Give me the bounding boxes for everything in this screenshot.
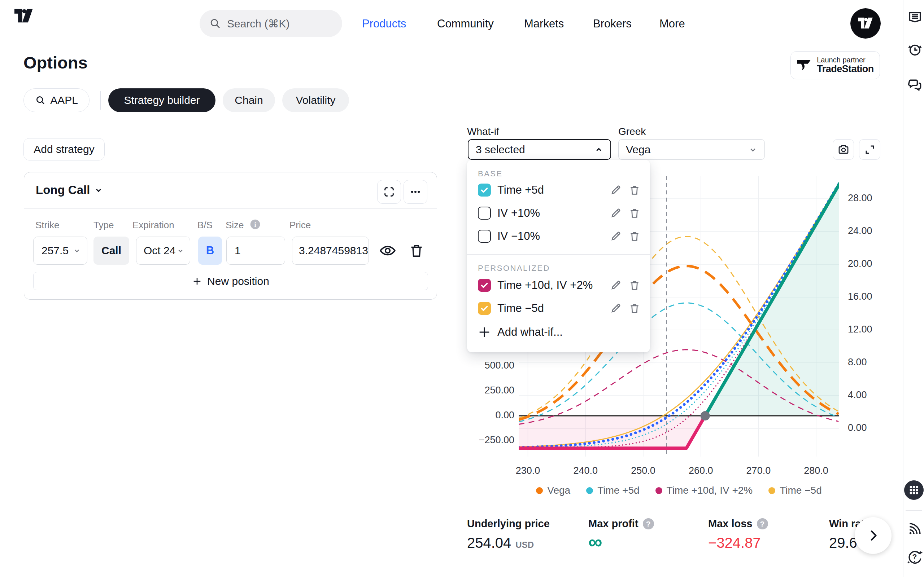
stats-scroll-next-button[interactable] [855,517,892,554]
user-avatar[interactable] [850,8,881,39]
nav-item-brokers[interactable]: Brokers [593,17,632,30]
trash-icon[interactable] [628,184,641,196]
news-icon [907,10,923,25]
chevron-down-icon [73,246,81,255]
breakeven-dot[interactable] [701,411,710,421]
nav-item-more[interactable]: More [659,17,685,30]
partner-badge-line1: Launch partner [817,56,874,64]
size-input[interactable]: 1 [226,237,285,265]
menu-group-personalized: PERSONALIZED [478,264,550,273]
nav-item-markets[interactable]: Markets [524,17,564,30]
menu-item-time-plus-5d[interactable]: Time +5d [467,181,650,200]
axis-tick-label: 28.00 [848,193,872,204]
search-icon [209,17,221,29]
symbol-search-button[interactable]: AAPL [23,89,89,112]
size-info-icon[interactable]: i [249,219,261,230]
menu-item-time-plus-10d-iv[interactable]: Time +10d, IV +2% [467,276,650,295]
expand-icon [864,144,876,155]
trash-icon[interactable] [628,279,641,292]
help-icon[interactable]: ? [757,518,768,529]
expiration-value: Oct 24 [144,245,175,257]
legend-dot [586,487,593,494]
chart-legend: Vega Time +5d Time +10d, IV +2% Time −5d [519,485,839,496]
trash-icon[interactable] [628,230,641,242]
strategy-title-dropdown[interactable]: Long Call [36,183,103,197]
trash-icon[interactable] [628,302,641,314]
strategy-title: Long Call [36,183,90,197]
add-strategy-button[interactable]: Add strategy [23,138,105,161]
menu-item-iv-minus-10[interactable]: IV −10% [467,227,650,246]
axis-tick-label: 260.0 [683,465,719,476]
buy-sell-toggle[interactable]: B [198,237,222,265]
tab-strategy-builder[interactable]: Strategy builder [108,89,215,112]
nav-item-community[interactable]: Community [437,17,494,30]
strike-select[interactable]: 257.5 [33,237,87,265]
eye-icon [379,242,397,259]
edit-icon[interactable] [610,302,622,314]
help-icon[interactable]: ? [643,518,654,529]
greek-label: Greek [618,126,646,137]
checkbox-checked[interactable] [478,184,491,197]
chevron-right-icon [866,528,880,543]
svg-text:?: ? [913,553,917,561]
legend-dot [769,487,775,494]
edit-icon[interactable] [610,207,622,219]
trash-icon[interactable] [628,207,641,219]
stat-value: ∞ [588,530,654,553]
chat-icon [907,77,923,93]
delete-position-button[interactable] [408,242,425,259]
search-icon [35,95,46,106]
edit-icon[interactable] [610,279,622,292]
broadcast-button[interactable] [907,521,923,537]
legend-item-vega: Vega [536,485,570,496]
greek-select[interactable]: Vega [618,139,765,160]
chevron-up-icon [594,145,604,155]
global-search-input[interactable]: Search (⌘K) [200,10,342,37]
nav-item-products[interactable]: Products [362,17,406,30]
menu-item-time-minus-5d[interactable]: Time −5d [467,299,650,318]
tradingview-logo-icon[interactable] [15,9,33,24]
stat-unit: USD [515,540,534,550]
stat-label: Underlying price [467,518,550,530]
focus-strategy-button[interactable] [377,180,401,204]
edit-icon[interactable] [610,184,622,196]
tradestation-partner-badge[interactable]: Launch partner TradeStation [790,51,880,79]
checkbox-unchecked[interactable] [478,230,491,243]
whatif-select[interactable]: 3 selected [468,139,611,160]
column-header-bs: B/S [197,220,213,231]
tab-chain[interactable]: Chain [223,89,275,112]
axis-tick-label: 230.0 [516,465,546,476]
help-button[interactable]: ? [906,549,924,566]
menu-item-iv-plus-10[interactable]: IV +10% [467,204,650,222]
legend-item-time-plus-10d-iv: Time +10d, IV +2% [656,485,753,496]
add-whatif-button[interactable]: Add what-if... [467,323,650,342]
checkbox-checked[interactable] [478,302,491,315]
column-header-expiration: Expiration [132,220,174,231]
stat-label: Max profit [588,518,638,530]
legend-item-time-minus-5d: Time −5d [769,485,822,496]
checkbox-unchecked[interactable] [478,206,491,220]
sidebar-divider [906,510,922,511]
whatif-label: What-if [467,126,499,137]
snapshot-button[interactable] [833,139,854,160]
strategy-more-button[interactable] [404,180,427,204]
tab-volatility[interactable]: Volatility [282,89,349,112]
apps-menu-button[interactable] [904,480,924,500]
column-header-size: Size [226,220,244,231]
history-panel-button[interactable] [907,42,923,58]
expiration-select[interactable]: Oct 24 [136,237,190,265]
add-whatif-label: Add what-if... [498,326,563,338]
tradestation-logo-icon [796,58,811,73]
news-panel-button[interactable] [907,10,923,25]
chat-panel-button[interactable] [907,77,923,93]
fullscreen-chart-button[interactable] [859,139,880,160]
visibility-toggle-button[interactable] [379,242,397,259]
new-position-button[interactable]: New position [33,272,428,290]
legend-item-time-plus-5d: Time +5d [586,485,639,496]
type-toggle-button[interactable]: Call [94,237,129,265]
menu-item-label: Time +10d, IV +2% [498,279,593,292]
checkbox-checked[interactable] [478,279,491,292]
price-input[interactable]: 3.24874598131 [292,237,369,265]
column-header-strike: Strike [36,220,59,231]
edit-icon[interactable] [610,230,622,242]
